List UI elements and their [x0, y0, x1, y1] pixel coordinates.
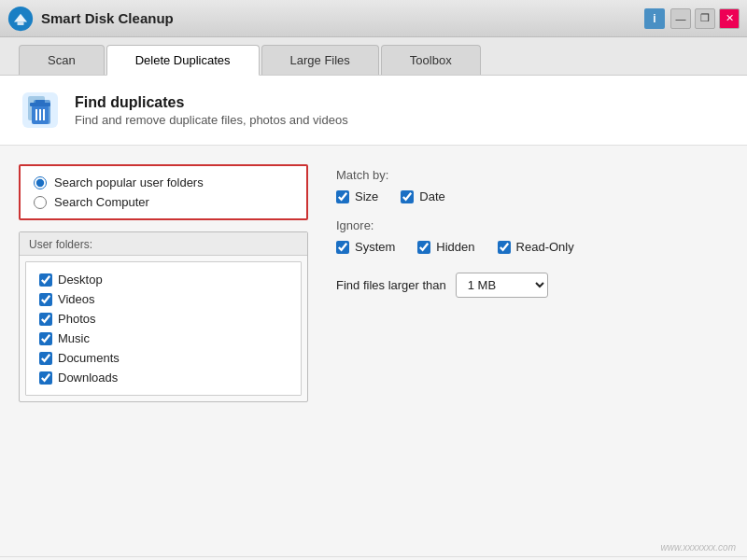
file-size-row: Find files larger than 1 MB 5 MB 10 MB 5…	[336, 273, 728, 298]
ignore-hidden-option[interactable]: Hidden	[417, 240, 474, 254]
app-title: Smart Disk Cleanup	[41, 10, 644, 26]
match-by-label: Match by:	[336, 168, 728, 182]
file-size-select[interactable]: 1 MB 5 MB 10 MB 50 MB 100 MB	[456, 273, 548, 298]
search-computer-radio[interactable]	[34, 196, 47, 209]
folder-desktop-checkbox[interactable]	[39, 273, 52, 287]
folder-photos-checkbox[interactable]	[39, 313, 52, 326]
ignore-hidden-checkbox[interactable]	[417, 241, 430, 254]
svg-rect-7	[35, 100, 45, 104]
title-bar: Smart Disk Cleanup i — ❒ ✕	[0, 0, 747, 37]
body-area: Search popular user folders Search Compu…	[0, 146, 747, 556]
folder-videos[interactable]: Videos	[39, 289, 288, 309]
search-popular-radio[interactable]	[34, 176, 47, 189]
left-panel: Search popular user folders Search Compu…	[19, 164, 308, 538]
ignore-section: Ignore: System Hidden Read-Only	[336, 218, 728, 254]
minimize-button[interactable]: —	[670, 8, 691, 29]
search-computer-option[interactable]: Search Computer	[34, 195, 293, 209]
folder-downloads-checkbox[interactable]	[39, 371, 52, 385]
match-date-option[interactable]: Date	[401, 189, 444, 203]
search-options-box: Search popular user folders Search Compu…	[19, 164, 308, 220]
folder-documents[interactable]: Documents	[39, 348, 288, 368]
folder-desktop[interactable]: Desktop	[39, 270, 288, 289]
ignore-system-checkbox[interactable]	[336, 241, 349, 254]
app-logo-icon	[7, 6, 34, 32]
restore-button[interactable]: ❒	[695, 8, 715, 29]
ignore-checkboxes: System Hidden Read-Only	[336, 240, 728, 254]
ignore-hidden-label: Hidden	[436, 240, 474, 254]
ignore-readonly-checkbox[interactable]	[498, 241, 511, 254]
folder-music-checkbox[interactable]	[39, 332, 52, 345]
info-button[interactable]: i	[644, 8, 665, 29]
search-popular-option[interactable]: Search popular user folders	[34, 175, 293, 189]
folder-downloads-label: Downloads	[58, 371, 118, 385]
search-computer-label: Search Computer	[54, 195, 149, 209]
match-size-checkbox[interactable]	[336, 190, 349, 203]
folder-music[interactable]: Music	[39, 329, 288, 348]
folder-music-label: Music	[58, 331, 90, 345]
close-button[interactable]: ✕	[719, 8, 740, 29]
folder-videos-label: Videos	[58, 292, 95, 306]
folder-documents-label: Documents	[58, 351, 120, 365]
tab-toolbox[interactable]: Toolbox	[381, 45, 481, 75]
search-popular-label: Search popular user folders	[54, 175, 204, 189]
find-duplicates-icon	[19, 89, 62, 132]
right-panel: Match by: Size Date Ignore: System	[336, 164, 728, 538]
folder-downloads[interactable]: Downloads	[39, 368, 288, 387]
header-text: Find duplicates Find and remove duplicat…	[75, 94, 348, 127]
section-title: Find duplicates	[75, 94, 348, 111]
folder-videos-checkbox[interactable]	[39, 293, 52, 306]
watermark: www.xxxxxxx.com	[660, 542, 736, 553]
folder-documents-checkbox[interactable]	[39, 352, 52, 365]
user-folders-label: User folders:	[20, 232, 307, 256]
match-date-label: Date	[419, 189, 444, 203]
section-header: Find duplicates Find and remove duplicat…	[0, 76, 747, 146]
user-folders-box: User folders: Desktop Videos Photos Musi…	[19, 231, 308, 402]
folders-list: Desktop Videos Photos Music Documents	[25, 261, 302, 396]
match-size-option[interactable]: Size	[336, 189, 378, 203]
match-by-checkboxes: Size Date	[336, 189, 728, 203]
ignore-readonly-label: Read-Only	[516, 240, 574, 254]
file-size-label: Find files larger than	[336, 278, 446, 292]
ignore-readonly-option[interactable]: Read-Only	[498, 240, 574, 254]
match-by-section: Match by: Size Date	[336, 168, 728, 203]
tab-bar: Scan Delete Duplicates Large Files Toolb…	[0, 37, 747, 76]
window-controls: — ❒ ✕	[670, 8, 740, 29]
tab-scan[interactable]: Scan	[19, 45, 105, 75]
folder-desktop-label: Desktop	[58, 273, 103, 287]
ignore-system-label: System	[355, 240, 395, 254]
folder-photos-label: Photos	[58, 312, 95, 326]
tab-large-files[interactable]: Large Files	[261, 45, 379, 75]
match-date-checkbox[interactable]	[401, 190, 414, 203]
section-subtitle: Find and remove duplicate files, photos …	[75, 113, 348, 127]
ignore-system-option[interactable]: System	[336, 240, 395, 254]
ignore-label: Ignore:	[336, 218, 728, 232]
svg-rect-1	[18, 21, 24, 25]
tab-delete-duplicates[interactable]: Delete Duplicates	[106, 45, 260, 76]
folder-photos[interactable]: Photos	[39, 309, 288, 329]
bottom-bar: Start Scan	[0, 556, 747, 560]
match-size-label: Size	[355, 189, 378, 203]
